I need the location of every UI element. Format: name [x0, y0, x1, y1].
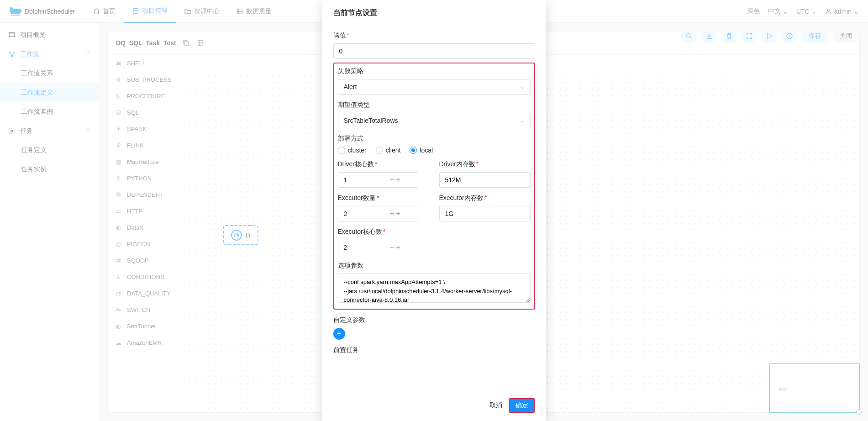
executor-mem-input[interactable]: [439, 206, 531, 221]
threshold-input[interactable]: [333, 43, 535, 59]
radio-icon: [376, 147, 383, 154]
fail-strategy-label: 失败策略: [338, 67, 531, 75]
modal-body: 阈值* 失败策略 Alert ⌄ 期望值类型 SrcTableTotalRows…: [322, 25, 546, 393]
deploy-client-label: client: [386, 147, 401, 154]
driver-cores-input[interactable]: 1 −+: [338, 172, 418, 188]
deploy-radio-group: cluster client local: [338, 147, 531, 154]
fail-strategy-value: Alert: [344, 83, 357, 90]
deploy-label: 部署方式: [338, 135, 531, 143]
confirm-button[interactable]: 确定: [509, 398, 535, 413]
executor-cores-value: 2: [344, 244, 389, 251]
plus-icon[interactable]: +: [395, 210, 401, 218]
minus-icon[interactable]: −: [389, 210, 395, 218]
modal-footer: 取消 确定: [322, 393, 546, 421]
plus-icon[interactable]: +: [395, 176, 401, 184]
node-settings-modal: 当前节点设置 阈值* 失败策略 Alert ⌄ 期望值类型 SrcTableTo…: [322, 0, 546, 421]
threshold-label: 阈值*: [333, 32, 535, 40]
cancel-button[interactable]: 取消: [488, 399, 504, 412]
deploy-local-label: local: [420, 147, 433, 154]
chevron-down-icon: ⌄: [520, 84, 525, 90]
executor-cores-label: Executor核心数*: [338, 228, 531, 236]
driver-mem-input[interactable]: [439, 172, 531, 188]
executor-cores-input[interactable]: 2 −+: [338, 240, 418, 255]
expect-type-value: SrcTableTotalRows: [344, 117, 398, 124]
modal-title: 当前节点设置: [322, 0, 546, 25]
custom-params-label: 自定义参数: [333, 316, 535, 324]
radio-icon: [410, 147, 417, 154]
minus-icon[interactable]: −: [389, 176, 395, 184]
add-param-button[interactable]: +: [333, 328, 345, 340]
driver-mem-label: Driver内存数*: [439, 160, 531, 168]
radio-icon: [338, 147, 345, 154]
executor-mem-label: Executor内存数*: [439, 194, 531, 202]
driver-cores-label: Driver核心数*: [338, 160, 429, 168]
expect-type-select[interactable]: SrcTableTotalRows ⌄: [338, 113, 531, 128]
minus-icon[interactable]: −: [389, 243, 395, 252]
driver-cores-value: 1: [344, 176, 389, 184]
expect-type-label: 期望值类型: [338, 101, 531, 109]
opts-textarea[interactable]: [338, 274, 531, 303]
pre-tasks-label: 前置任务: [333, 346, 535, 354]
executor-num-value: 2: [344, 210, 389, 217]
executor-num-label: Executor数量*: [338, 194, 429, 202]
executor-num-input[interactable]: 2 −+: [338, 206, 418, 221]
deploy-cluster-label: cluster: [348, 147, 367, 154]
deploy-local-radio[interactable]: local: [410, 147, 433, 154]
plus-icon[interactable]: +: [395, 243, 401, 252]
chevron-down-icon: ⌄: [520, 117, 525, 124]
opts-label: 选项参数: [338, 262, 531, 270]
highlight-box: 失败策略 Alert ⌄ 期望值类型 SrcTableTotalRows ⌄ 部…: [333, 63, 535, 310]
fail-strategy-select[interactable]: Alert ⌄: [338, 79, 531, 95]
deploy-cluster-radio[interactable]: cluster: [338, 147, 367, 154]
deploy-client-radio[interactable]: client: [376, 147, 401, 154]
